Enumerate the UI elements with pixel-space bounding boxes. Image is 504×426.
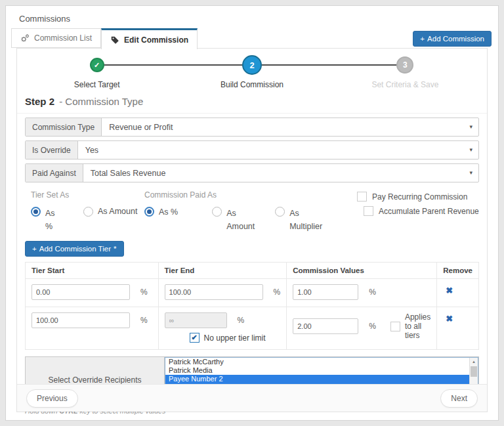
add-commission-label: Add Commission <box>427 35 484 43</box>
radio-paid-as-multiplier-label: As Multiplier <box>289 207 327 233</box>
checkbox-unchecked-icon <box>357 192 367 202</box>
tab-bar: Commission List Edit Commission + Add Co… <box>11 28 493 49</box>
add-tier-label: Add Commission Tier <box>39 245 111 253</box>
checkbox-unchecked-icon <box>390 322 400 331</box>
percent-label: % <box>238 316 245 325</box>
radio-paid-as-multiplier[interactable]: As Multiplier <box>275 207 327 233</box>
radio-unselected-icon <box>83 207 93 217</box>
edit-commission-panel: ✓ Select Target 2 Build Commission 3 Set… <box>16 48 488 412</box>
step-heading-prefix: Step 2 <box>25 96 54 107</box>
radio-tier-as-percent-label: As % <box>45 207 58 233</box>
paid-against-select[interactable]: Total Sales Revenue <box>83 164 478 182</box>
radio-unselected-icon <box>212 207 222 217</box>
paid-against-group: Paid Against Total Sales Revenue ▾ <box>25 163 479 182</box>
plus-icon: + <box>32 245 37 253</box>
commissions-card: Commissions Commission List <box>5 5 499 421</box>
tier-row-1: % % % <box>26 279 479 307</box>
tier-table-header-row: Tier Start Tier End Commission Values Re… <box>26 263 479 279</box>
is-override-label: Is Override <box>26 141 78 159</box>
remove-tier1-icon[interactable]: ✖ <box>443 284 455 297</box>
radio-paid-as-percent-label: As % <box>159 207 178 233</box>
col-tier-end: Tier End <box>158 263 287 279</box>
wizard-stepper: ✓ Select Target 2 Build Commission 3 Set… <box>17 54 487 91</box>
no-upper-limit-label: No upper tier limit <box>204 333 266 343</box>
tab-edit-commission[interactable]: Edit Commission <box>101 28 198 49</box>
step-3-badge: 3 <box>396 56 413 74</box>
radio-tier-as-amount-label: As Amount <box>98 207 137 233</box>
step-set-criteria-label: Set Criteria & Save <box>349 80 461 89</box>
radio-paid-as-amount-label: As Amount <box>226 207 259 233</box>
recurring-checkboxes: Pay Recurring Commission Accumulate Pare… <box>336 190 479 233</box>
step-select-target[interactable]: ✓ Select Target <box>41 54 153 72</box>
step-2-badge: 2 <box>242 55 262 75</box>
step-set-criteria[interactable]: 3 Set Criteria & Save <box>349 54 461 74</box>
check-icon: ✓ <box>90 58 104 72</box>
chevron-down-icon: ▾ <box>469 169 472 176</box>
tier-set-as-group: Tier Set As As % As Amount <box>25 190 144 233</box>
chevron-down-icon: ▾ <box>469 123 472 130</box>
radio-selected-icon <box>31 207 41 217</box>
list-item[interactable]: Payee Number 2 <box>165 375 478 383</box>
radio-paid-as-amount[interactable]: As Amount <box>212 207 259 233</box>
col-remove: Remove <box>437 263 479 279</box>
add-tier-suffix: * <box>114 245 116 253</box>
page-title: Commissions <box>19 14 70 24</box>
next-button[interactable]: Next <box>440 389 478 408</box>
options-row: Tier Set As As % As Amount Commission Pa… <box>25 190 479 233</box>
tier1-end-input[interactable] <box>165 284 263 300</box>
commission-type-group: Commission Type Revenue or Profit ▾ <box>25 117 479 137</box>
radio-paid-as-percent[interactable]: As % <box>144 207 178 233</box>
commission-type-select[interactable]: Revenue or Profit <box>102 118 478 136</box>
no-upper-limit-checkbox[interactable]: ✔ No upper tier limit <box>190 333 281 343</box>
step-select-target-label: Select Target <box>41 80 153 89</box>
tier-table: Tier Start Tier End Commission Values Re… <box>25 262 479 350</box>
remove-tier2-icon[interactable]: ✖ <box>443 312 455 325</box>
tab-commission-list-label: Commission List <box>34 33 92 43</box>
tier2-commission-input[interactable] <box>293 318 358 334</box>
tier2-start-input[interactable] <box>32 312 130 328</box>
step-build-commission-label: Build Commission <box>196 80 308 89</box>
applies-all-tiers-checkbox[interactable]: Applies to all tiers <box>390 312 430 340</box>
add-commission-button[interactable]: + Add Commission <box>413 31 492 47</box>
percent-label: % <box>274 288 281 297</box>
accumulate-parent-label: Accumulate Parent Revenue <box>379 207 479 216</box>
scroll-up-icon[interactable]: ▲ <box>470 358 478 366</box>
col-commission-values: Commission Values <box>287 263 437 279</box>
list-item[interactable]: Patrick McCarthy <box>165 358 478 366</box>
accumulate-parent-checkbox[interactable]: Accumulate Parent Revenue <box>364 206 479 216</box>
pay-recurring-checkbox[interactable]: Pay Recurring Commission <box>357 192 479 202</box>
checkbox-unchecked-icon <box>364 206 373 216</box>
radio-tier-as-percent[interactable]: As % <box>31 207 58 233</box>
scrollbar-thumb[interactable] <box>471 366 477 377</box>
commission-type-label: Commission Type <box>26 118 102 136</box>
tier1-start-input[interactable] <box>32 284 130 300</box>
paid-against-label: Paid Against <box>26 164 83 182</box>
col-tier-start: Tier Start <box>26 263 159 279</box>
step-heading: Step 2 - Commission Type <box>17 91 487 114</box>
percent-label: % <box>369 288 376 297</box>
radio-selected-icon <box>144 207 154 217</box>
commission-paid-as-label: Commission Paid As <box>144 190 336 200</box>
tag-icon <box>110 35 119 45</box>
is-override-group: Is Override Yes ▾ <box>25 140 479 160</box>
step-build-commission[interactable]: 2 Build Commission <box>196 54 308 75</box>
chevron-down-icon: ▾ <box>469 146 472 153</box>
add-commission-tier-button[interactable]: + Add Commission Tier * <box>25 241 124 257</box>
plus-icon: + <box>420 35 425 43</box>
commission-paid-as-group: Commission Paid As As % As Amount As Mul… <box>144 190 336 233</box>
tier1-commission-input[interactable] <box>293 284 358 300</box>
tab-commission-list[interactable]: Commission List <box>11 28 101 48</box>
tier2-end-input-disabled <box>165 312 227 328</box>
tier-set-as-label: Tier Set As <box>31 190 144 200</box>
applies-all-tiers-label: Applies to all tiers <box>405 312 430 340</box>
is-override-select[interactable]: Yes <box>78 141 478 159</box>
radio-unselected-icon <box>275 207 285 217</box>
percent-label: % <box>140 288 148 297</box>
checkbox-checked-icon: ✔ <box>190 333 200 343</box>
tier-row-2: % % ✔ No upper tier limit <box>26 307 479 350</box>
list-item[interactable]: Patrick Media <box>165 366 478 375</box>
tab-edit-commission-label: Edit Commission <box>124 35 188 45</box>
pay-recurring-label: Pay Recurring Commission <box>372 192 467 202</box>
previous-button[interactable]: Previous <box>26 389 78 408</box>
radio-tier-as-amount[interactable]: As Amount <box>83 207 137 233</box>
